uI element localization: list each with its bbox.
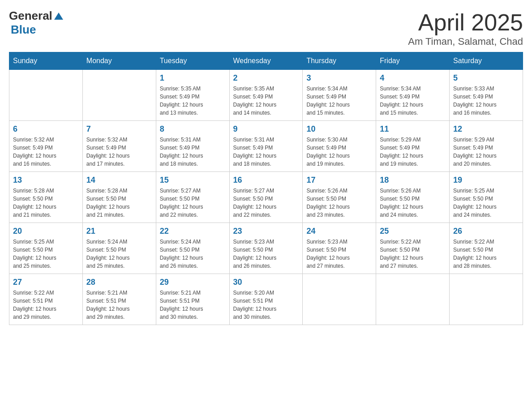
day-number: 11: [380, 124, 446, 134]
day-number: 24: [306, 227, 372, 236]
day-number: 13: [13, 176, 79, 185]
calendar-week-row: 20Sunrise: 5:25 AM Sunset: 5:50 PM Dayli…: [9, 223, 523, 274]
day-info: Sunrise: 5:22 AM Sunset: 5:50 PM Dayligh…: [380, 238, 446, 270]
day-info: Sunrise: 5:33 AM Sunset: 5:49 PM Dayligh…: [453, 85, 519, 117]
day-number: 30: [233, 278, 299, 287]
logo-arrow-icon: [54, 13, 63, 20]
calendar-day-cell: 21Sunrise: 5:24 AM Sunset: 5:50 PM Dayli…: [82, 223, 156, 274]
calendar-day-cell: 14Sunrise: 5:28 AM Sunset: 5:50 PM Dayli…: [82, 172, 156, 223]
day-info: Sunrise: 5:32 AM Sunset: 5:49 PM Dayligh…: [86, 136, 152, 168]
calendar-header-row: SundayMondayTuesdayWednesdayThursdayFrid…: [9, 52, 523, 70]
day-info: Sunrise: 5:23 AM Sunset: 5:50 PM Dayligh…: [306, 238, 372, 270]
calendar-day-cell: 26Sunrise: 5:22 AM Sunset: 5:50 PM Dayli…: [450, 223, 523, 274]
day-number: 3: [306, 73, 372, 83]
calendar-day-cell: 16Sunrise: 5:27 AM Sunset: 5:50 PM Dayli…: [229, 172, 303, 223]
day-info: Sunrise: 5:31 AM Sunset: 5:49 PM Dayligh…: [233, 136, 299, 168]
day-info: Sunrise: 5:32 AM Sunset: 5:49 PM Dayligh…: [13, 136, 79, 168]
calendar-day-cell: [303, 274, 376, 325]
calendar-day-cell: [82, 70, 156, 121]
calendar-day-cell: 27Sunrise: 5:22 AM Sunset: 5:51 PM Dayli…: [9, 274, 83, 325]
calendar-day-cell: [376, 274, 450, 325]
day-number: 17: [306, 176, 372, 185]
day-info: Sunrise: 5:28 AM Sunset: 5:50 PM Dayligh…: [86, 187, 152, 219]
calendar-day-cell: 18Sunrise: 5:26 AM Sunset: 5:50 PM Dayli…: [376, 172, 450, 223]
calendar-day-cell: 17Sunrise: 5:26 AM Sunset: 5:50 PM Dayli…: [303, 172, 376, 223]
day-number: 16: [233, 176, 299, 185]
day-number: 20: [13, 227, 79, 236]
day-number: 6: [13, 124, 79, 134]
location-subtitle: Am Timan, Salamat, Chad: [408, 36, 523, 47]
day-number: 7: [86, 124, 152, 134]
calendar-day-cell: 9Sunrise: 5:31 AM Sunset: 5:49 PM Daylig…: [229, 121, 303, 172]
day-number: 2: [233, 73, 299, 83]
day-number: 26: [453, 227, 519, 236]
calendar-day-cell: 15Sunrise: 5:27 AM Sunset: 5:50 PM Dayli…: [156, 172, 229, 223]
day-info: Sunrise: 5:34 AM Sunset: 5:49 PM Dayligh…: [380, 85, 446, 117]
day-info: Sunrise: 5:29 AM Sunset: 5:49 PM Dayligh…: [453, 136, 519, 168]
header-thursday: Thursday: [303, 52, 376, 70]
calendar-day-cell: 22Sunrise: 5:24 AM Sunset: 5:50 PM Dayli…: [156, 223, 229, 274]
calendar-week-row: 13Sunrise: 5:28 AM Sunset: 5:50 PM Dayli…: [9, 172, 523, 223]
month-year-title: April 2025: [408, 9, 523, 36]
day-number: 8: [160, 124, 226, 134]
day-number: 9: [233, 124, 299, 134]
calendar-day-cell: 28Sunrise: 5:21 AM Sunset: 5:51 PM Dayli…: [82, 274, 156, 325]
day-info: Sunrise: 5:23 AM Sunset: 5:50 PM Dayligh…: [233, 238, 299, 270]
calendar-day-cell: 11Sunrise: 5:29 AM Sunset: 5:49 PM Dayli…: [376, 121, 450, 172]
day-number: 27: [13, 278, 79, 287]
day-info: Sunrise: 5:25 AM Sunset: 5:50 PM Dayligh…: [13, 238, 79, 270]
day-info: Sunrise: 5:28 AM Sunset: 5:50 PM Dayligh…: [13, 187, 79, 219]
svg-marker-0: [54, 13, 63, 20]
calendar-day-cell: [9, 70, 83, 121]
calendar-day-cell: 10Sunrise: 5:30 AM Sunset: 5:49 PM Dayli…: [303, 121, 376, 172]
day-info: Sunrise: 5:24 AM Sunset: 5:50 PM Dayligh…: [160, 238, 226, 270]
page-header: General Blue April 2025 Am Timan, Salama…: [9, 9, 523, 47]
day-number: 1: [160, 73, 226, 83]
calendar-day-cell: 12Sunrise: 5:29 AM Sunset: 5:49 PM Dayli…: [450, 121, 523, 172]
day-number: 12: [453, 124, 519, 134]
day-info: Sunrise: 5:35 AM Sunset: 5:49 PM Dayligh…: [160, 85, 226, 117]
day-number: 5: [453, 73, 519, 83]
day-number: 22: [160, 227, 226, 236]
header-monday: Monday: [82, 52, 156, 70]
calendar-day-cell: 5Sunrise: 5:33 AM Sunset: 5:49 PM Daylig…: [450, 70, 523, 121]
day-info: Sunrise: 5:26 AM Sunset: 5:50 PM Dayligh…: [380, 187, 446, 219]
calendar-day-cell: 20Sunrise: 5:25 AM Sunset: 5:50 PM Dayli…: [9, 223, 83, 274]
day-number: 29: [160, 278, 226, 287]
day-info: Sunrise: 5:27 AM Sunset: 5:50 PM Dayligh…: [160, 187, 226, 219]
day-info: Sunrise: 5:21 AM Sunset: 5:51 PM Dayligh…: [160, 289, 226, 321]
day-info: Sunrise: 5:24 AM Sunset: 5:50 PM Dayligh…: [86, 238, 152, 270]
day-number: 19: [453, 176, 519, 185]
calendar-day-cell: 13Sunrise: 5:28 AM Sunset: 5:50 PM Dayli…: [9, 172, 83, 223]
logo-general-text: General: [9, 9, 52, 23]
calendar-week-row: 1Sunrise: 5:35 AM Sunset: 5:49 PM Daylig…: [9, 70, 523, 121]
calendar-day-cell: 8Sunrise: 5:31 AM Sunset: 5:49 PM Daylig…: [156, 121, 229, 172]
day-info: Sunrise: 5:31 AM Sunset: 5:49 PM Dayligh…: [160, 136, 226, 168]
day-info: Sunrise: 5:26 AM Sunset: 5:50 PM Dayligh…: [306, 187, 372, 219]
calendar-day-cell: 24Sunrise: 5:23 AM Sunset: 5:50 PM Dayli…: [303, 223, 376, 274]
header-tuesday: Tuesday: [156, 52, 229, 70]
header-sunday: Sunday: [9, 52, 83, 70]
calendar-day-cell: 3Sunrise: 5:34 AM Sunset: 5:49 PM Daylig…: [303, 70, 376, 121]
day-info: Sunrise: 5:20 AM Sunset: 5:51 PM Dayligh…: [233, 289, 299, 321]
day-info: Sunrise: 5:25 AM Sunset: 5:50 PM Dayligh…: [453, 187, 519, 219]
logo: General Blue: [9, 9, 63, 37]
calendar-day-cell: 7Sunrise: 5:32 AM Sunset: 5:49 PM Daylig…: [82, 121, 156, 172]
title-section: April 2025 Am Timan, Salamat, Chad: [408, 9, 523, 47]
calendar-day-cell: 25Sunrise: 5:22 AM Sunset: 5:50 PM Dayli…: [376, 223, 450, 274]
day-info: Sunrise: 5:21 AM Sunset: 5:51 PM Dayligh…: [86, 289, 152, 321]
day-number: 15: [160, 176, 226, 185]
day-info: Sunrise: 5:30 AM Sunset: 5:49 PM Dayligh…: [306, 136, 372, 168]
day-number: 4: [380, 73, 446, 83]
calendar-day-cell: 19Sunrise: 5:25 AM Sunset: 5:50 PM Dayli…: [450, 172, 523, 223]
day-info: Sunrise: 5:34 AM Sunset: 5:49 PM Dayligh…: [306, 85, 372, 117]
day-info: Sunrise: 5:22 AM Sunset: 5:50 PM Dayligh…: [453, 238, 519, 270]
day-number: 28: [86, 278, 152, 287]
calendar-day-cell: 2Sunrise: 5:35 AM Sunset: 5:49 PM Daylig…: [229, 70, 303, 121]
day-info: Sunrise: 5:22 AM Sunset: 5:51 PM Dayligh…: [13, 289, 79, 321]
calendar-day-cell: 30Sunrise: 5:20 AM Sunset: 5:51 PM Dayli…: [229, 274, 303, 325]
calendar-week-row: 27Sunrise: 5:22 AM Sunset: 5:51 PM Dayli…: [9, 274, 523, 325]
calendar-day-cell: 6Sunrise: 5:32 AM Sunset: 5:49 PM Daylig…: [9, 121, 83, 172]
header-saturday: Saturday: [450, 52, 523, 70]
calendar-table: SundayMondayTuesdayWednesdayThursdayFrid…: [9, 52, 523, 325]
